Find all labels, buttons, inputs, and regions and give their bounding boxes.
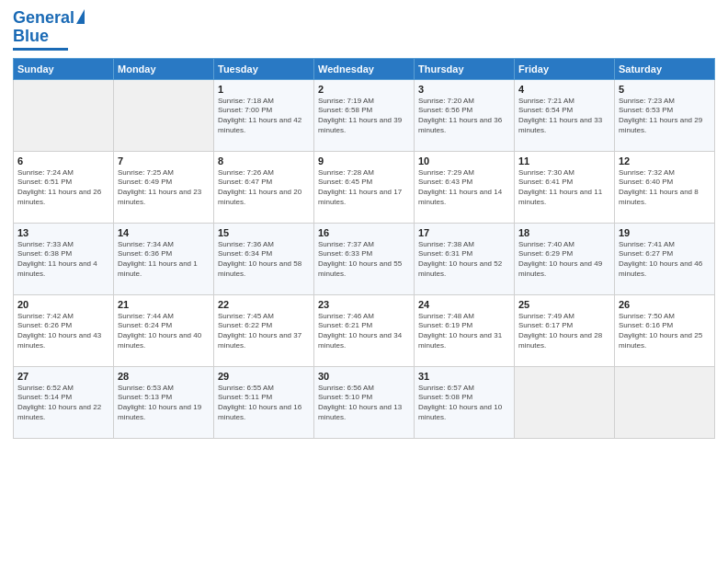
- calendar-cell: 25Sunrise: 7:49 AM Sunset: 6:17 PM Dayli…: [515, 294, 615, 366]
- logo-general: General: [13, 8, 74, 27]
- day-info: Sunrise: 7:38 AM Sunset: 6:31 PM Dayligh…: [418, 240, 510, 280]
- calendar-cell: 20Sunrise: 7:42 AM Sunset: 6:26 PM Dayli…: [14, 294, 114, 366]
- day-number: 24: [418, 299, 510, 310]
- day-number: 14: [118, 227, 210, 238]
- day-info: Sunrise: 7:30 AM Sunset: 6:41 PM Dayligh…: [518, 168, 610, 208]
- calendar-cell: 26Sunrise: 7:50 AM Sunset: 6:16 PM Dayli…: [615, 294, 715, 366]
- calendar-cell: 11Sunrise: 7:30 AM Sunset: 6:41 PM Dayli…: [515, 151, 615, 223]
- day-info: Sunrise: 7:45 AM Sunset: 6:22 PM Dayligh…: [218, 312, 310, 351]
- day-info: Sunrise: 7:21 AM Sunset: 6:54 PM Dayligh…: [518, 97, 610, 136]
- logo-triangle-icon: [76, 9, 85, 24]
- day-info: Sunrise: 7:50 AM Sunset: 6:16 PM Dayligh…: [619, 312, 711, 351]
- calendar-cell: 28Sunrise: 6:53 AM Sunset: 5:13 PM Dayli…: [114, 366, 214, 438]
- day-info: Sunrise: 7:40 AM Sunset: 6:29 PM Dayligh…: [518, 240, 610, 280]
- day-number: 27: [17, 371, 109, 382]
- day-number: 21: [118, 299, 210, 310]
- day-number: 17: [418, 227, 510, 238]
- calendar-cell: 5Sunrise: 7:23 AM Sunset: 6:53 PM Daylig…: [615, 79, 715, 151]
- day-info: Sunrise: 6:57 AM Sunset: 5:08 PM Dayligh…: [418, 384, 510, 423]
- weekday-header-friday: Friday: [515, 58, 615, 79]
- calendar-cell: 10Sunrise: 7:29 AM Sunset: 6:43 PM Dayli…: [415, 151, 515, 223]
- day-number: 13: [17, 227, 109, 238]
- calendar-cell: 4Sunrise: 7:21 AM Sunset: 6:54 PM Daylig…: [515, 79, 615, 151]
- calendar-week-row: 6Sunrise: 7:24 AM Sunset: 6:51 PM Daylig…: [14, 151, 715, 223]
- header: General Blue: [13, 9, 715, 51]
- day-number: 12: [619, 155, 711, 167]
- day-number: 2: [318, 84, 410, 95]
- day-number: 4: [518, 84, 610, 95]
- calendar-cell: 1Sunrise: 7:18 AM Sunset: 7:00 PM Daylig…: [214, 79, 314, 151]
- weekday-header-saturday: Saturday: [615, 58, 715, 79]
- calendar-cell: [515, 366, 615, 438]
- day-number: 26: [619, 299, 711, 310]
- day-info: Sunrise: 7:29 AM Sunset: 6:43 PM Dayligh…: [418, 168, 510, 208]
- day-info: Sunrise: 6:53 AM Sunset: 5:13 PM Dayligh…: [118, 384, 210, 423]
- day-number: 11: [518, 155, 610, 167]
- day-info: Sunrise: 7:41 AM Sunset: 6:27 PM Dayligh…: [619, 240, 711, 280]
- calendar-cell: 13Sunrise: 7:33 AM Sunset: 6:38 PM Dayli…: [14, 223, 114, 294]
- day-number: 16: [318, 227, 410, 238]
- calendar-cell: 16Sunrise: 7:37 AM Sunset: 6:33 PM Dayli…: [314, 223, 415, 294]
- calendar-cell: 29Sunrise: 6:55 AM Sunset: 5:11 PM Dayli…: [214, 366, 314, 438]
- day-number: 6: [17, 155, 109, 167]
- day-number: 22: [218, 299, 310, 310]
- calendar-cell: 6Sunrise: 7:24 AM Sunset: 6:51 PM Daylig…: [14, 151, 114, 223]
- day-info: Sunrise: 7:42 AM Sunset: 6:26 PM Dayligh…: [17, 312, 109, 351]
- calendar-cell: 3Sunrise: 7:20 AM Sunset: 6:56 PM Daylig…: [415, 79, 515, 151]
- day-number: 7: [118, 155, 210, 167]
- main-container: General Blue SundayMondayTuesdayWednesda…: [0, 0, 728, 446]
- calendar-cell: [114, 79, 214, 151]
- weekday-header-row: SundayMondayTuesdayWednesdayThursdayFrid…: [14, 58, 715, 79]
- calendar-week-row: 1Sunrise: 7:18 AM Sunset: 7:00 PM Daylig…: [14, 79, 715, 151]
- calendar-cell: 31Sunrise: 6:57 AM Sunset: 5:08 PM Dayli…: [415, 366, 515, 438]
- day-number: 19: [619, 227, 711, 238]
- day-info: Sunrise: 6:56 AM Sunset: 5:10 PM Dayligh…: [318, 384, 410, 423]
- day-number: 25: [518, 299, 610, 310]
- logo: General Blue: [13, 9, 85, 51]
- day-number: 9: [318, 155, 410, 167]
- calendar-cell: 8Sunrise: 7:26 AM Sunset: 6:47 PM Daylig…: [214, 151, 314, 223]
- day-number: 28: [118, 371, 210, 382]
- calendar-cell: 2Sunrise: 7:19 AM Sunset: 6:58 PM Daylig…: [314, 79, 415, 151]
- day-number: 5: [619, 84, 711, 95]
- day-number: 23: [318, 299, 410, 310]
- weekday-header-monday: Monday: [114, 58, 214, 79]
- day-info: Sunrise: 7:28 AM Sunset: 6:45 PM Dayligh…: [318, 168, 410, 208]
- logo-text: General: [13, 9, 74, 28]
- weekday-header-thursday: Thursday: [415, 58, 515, 79]
- day-info: Sunrise: 7:44 AM Sunset: 6:24 PM Dayligh…: [118, 312, 210, 351]
- day-info: Sunrise: 6:52 AM Sunset: 5:14 PM Dayligh…: [17, 384, 109, 423]
- day-number: 10: [418, 155, 510, 167]
- day-number: 18: [518, 227, 610, 238]
- calendar-cell: 22Sunrise: 7:45 AM Sunset: 6:22 PM Dayli…: [214, 294, 314, 366]
- logo-underline: [13, 48, 68, 51]
- day-info: Sunrise: 7:46 AM Sunset: 6:21 PM Dayligh…: [318, 312, 410, 351]
- day-info: Sunrise: 7:26 AM Sunset: 6:47 PM Dayligh…: [218, 168, 310, 208]
- day-info: Sunrise: 7:24 AM Sunset: 6:51 PM Dayligh…: [17, 168, 109, 208]
- weekday-header-sunday: Sunday: [14, 58, 114, 79]
- day-info: Sunrise: 7:19 AM Sunset: 6:58 PM Dayligh…: [318, 97, 410, 136]
- day-info: Sunrise: 7:25 AM Sunset: 6:49 PM Dayligh…: [118, 168, 210, 208]
- calendar-cell: 23Sunrise: 7:46 AM Sunset: 6:21 PM Dayli…: [314, 294, 415, 366]
- day-info: Sunrise: 7:18 AM Sunset: 7:00 PM Dayligh…: [218, 97, 310, 136]
- day-number: 1: [218, 84, 310, 95]
- calendar-cell: 21Sunrise: 7:44 AM Sunset: 6:24 PM Dayli…: [114, 294, 214, 366]
- calendar-cell: 19Sunrise: 7:41 AM Sunset: 6:27 PM Dayli…: [615, 223, 715, 294]
- calendar-cell: 9Sunrise: 7:28 AM Sunset: 6:45 PM Daylig…: [314, 151, 415, 223]
- calendar-cell: 12Sunrise: 7:32 AM Sunset: 6:40 PM Dayli…: [615, 151, 715, 223]
- calendar-week-row: 13Sunrise: 7:33 AM Sunset: 6:38 PM Dayli…: [14, 223, 715, 294]
- calendar-week-row: 27Sunrise: 6:52 AM Sunset: 5:14 PM Dayli…: [14, 366, 715, 438]
- calendar-cell: 17Sunrise: 7:38 AM Sunset: 6:31 PM Dayli…: [415, 223, 515, 294]
- day-info: Sunrise: 7:49 AM Sunset: 6:17 PM Dayligh…: [518, 312, 610, 351]
- weekday-header-tuesday: Tuesday: [214, 58, 314, 79]
- day-number: 20: [17, 299, 109, 310]
- calendar-cell: 15Sunrise: 7:36 AM Sunset: 6:34 PM Dayli…: [214, 223, 314, 294]
- day-number: 31: [418, 371, 510, 382]
- calendar-cell: 14Sunrise: 7:34 AM Sunset: 6:36 PM Dayli…: [114, 223, 214, 294]
- day-number: 29: [218, 371, 310, 382]
- day-info: Sunrise: 7:36 AM Sunset: 6:34 PM Dayligh…: [218, 240, 310, 280]
- weekday-header-wednesday: Wednesday: [314, 58, 415, 79]
- day-info: Sunrise: 7:32 AM Sunset: 6:40 PM Dayligh…: [619, 168, 711, 208]
- calendar-cell: 27Sunrise: 6:52 AM Sunset: 5:14 PM Dayli…: [14, 366, 114, 438]
- calendar-table: SundayMondayTuesdayWednesdayThursdayFrid…: [13, 58, 715, 439]
